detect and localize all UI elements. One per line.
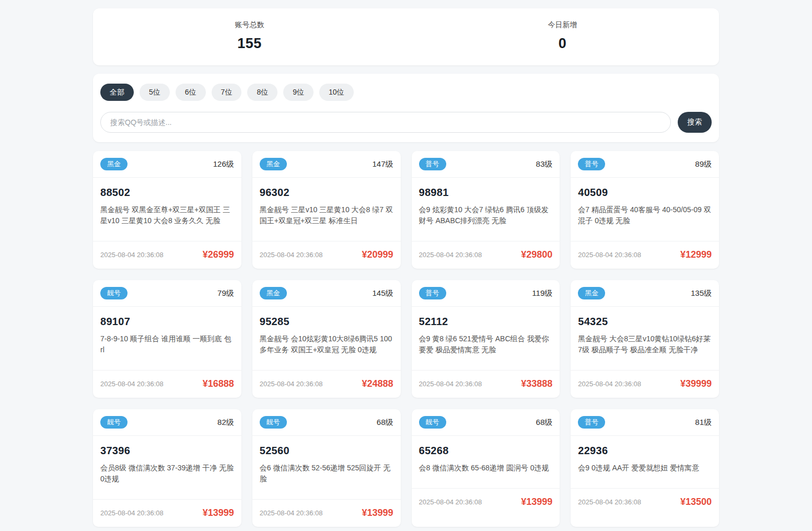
account-card[interactable]: 普号 89级 40509 会7 精品蛋蛋号 40客服号 40-50/05-09 … bbox=[571, 151, 719, 269]
account-card-footer: 2025-08-04 20:36:08 ¥26999 bbox=[93, 241, 241, 269]
search-button[interactable]: 搜索 bbox=[678, 112, 712, 133]
account-type-badge: 普号 bbox=[578, 158, 605, 170]
account-card-body: 65268 会8 微信满次数 65-68递增 圆润号 0违规 bbox=[412, 436, 560, 488]
account-card-header: 普号 81级 bbox=[571, 409, 719, 436]
account-price: ¥13999 bbox=[203, 507, 234, 518]
qq-number: 52112 bbox=[419, 316, 553, 328]
account-description: 黑金靓号 大会8三星v10黄钻10绿钻6好莱7级 极品顺子号 极品准全顺 无脸干… bbox=[578, 333, 712, 355]
qq-number: 22936 bbox=[578, 445, 712, 457]
digit-filter-tab[interactable]: 8位 bbox=[247, 84, 277, 101]
qq-number: 65268 bbox=[419, 445, 553, 457]
account-type-badge: 黑金 bbox=[100, 158, 127, 170]
account-card-body: 98981 会9 炫彩黄10 大会7 绿钻6 腾讯6 顶级发财号 ABABC排列… bbox=[412, 178, 560, 241]
account-level: 83级 bbox=[536, 159, 553, 169]
account-card-footer: 2025-08-04 20:36:08 ¥39999 bbox=[571, 370, 719, 398]
qq-number: 40509 bbox=[578, 187, 712, 199]
account-card-footer: 2025-08-04 20:36:08 ¥24888 bbox=[252, 370, 401, 398]
qq-number: 89107 bbox=[100, 316, 234, 328]
filter-card: 全部 5位 6位 7位 8位 9位 10位 搜索 bbox=[93, 74, 719, 142]
account-cards-grid: 黑金 126级 88502 黑金靓号 双黑金至尊+双三星+双国王 三星v10 三… bbox=[93, 151, 719, 527]
account-level: 126级 bbox=[213, 159, 234, 169]
account-level: 81级 bbox=[695, 418, 712, 428]
account-type-badge: 黑金 bbox=[260, 287, 287, 299]
account-card-body: 96302 黑金靓号 三星v10 三星黄10 大会8 绿7 双国王+双皇冠+双三… bbox=[252, 178, 401, 241]
listing-date: 2025-08-04 20:36:08 bbox=[578, 251, 641, 259]
account-card[interactable]: 普号 83级 98981 会9 炫彩黄10 大会7 绿钻6 腾讯6 顶级发财号 … bbox=[412, 151, 560, 269]
account-level: 147级 bbox=[372, 159, 393, 169]
qq-number: 37396 bbox=[100, 445, 234, 457]
listing-date: 2025-08-04 20:36:08 bbox=[419, 498, 482, 506]
account-price: ¥29800 bbox=[521, 249, 552, 260]
account-card-header: 普号 83级 bbox=[412, 151, 560, 178]
account-card-footer: 2025-08-04 20:36:08 ¥12999 bbox=[571, 241, 719, 269]
account-type-badge: 靓号 bbox=[100, 287, 127, 299]
account-level: 82级 bbox=[217, 418, 234, 428]
account-type-badge: 普号 bbox=[578, 416, 605, 429]
account-price: ¥39999 bbox=[680, 378, 712, 389]
account-card[interactable]: 靓号 68级 52560 会6 微信满次数 52-56递增 525回旋开 无脸 … bbox=[252, 409, 401, 527]
account-price: ¥16888 bbox=[203, 378, 234, 389]
account-card-body: 40509 会7 精品蛋蛋号 40客服号 40-50/05-09 双混子 0违规… bbox=[571, 178, 719, 241]
listing-date: 2025-08-04 20:36:08 bbox=[419, 380, 482, 388]
listing-date: 2025-08-04 20:36:08 bbox=[578, 380, 641, 388]
account-card[interactable]: 普号 119级 52112 会9 黄8 绿6 521爱情号 ABC组合 我爱你要… bbox=[412, 280, 560, 398]
account-card-footer: 2025-08-04 20:36:08 ¥16888 bbox=[93, 370, 241, 398]
account-price: ¥24888 bbox=[362, 378, 393, 389]
digit-filter-tab[interactable]: 全部 bbox=[100, 84, 134, 101]
digit-filter-tab[interactable]: 9位 bbox=[283, 84, 314, 101]
account-card-footer: 2025-08-04 20:36:08 ¥13500 bbox=[571, 488, 719, 516]
listing-date: 2025-08-04 20:36:08 bbox=[260, 251, 323, 259]
account-card[interactable]: 靓号 82级 37396 会员8级 微信满次数 37-39递增 干净 无脸 0违… bbox=[93, 409, 241, 527]
account-level: 119级 bbox=[532, 288, 552, 298]
account-card-body: 52112 会9 黄8 绿6 521爱情号 ABC组合 我爱你要爱 极品爱情寓意… bbox=[412, 307, 560, 370]
account-type-badge: 靓号 bbox=[260, 416, 287, 429]
account-card[interactable]: 靓号 68级 65268 会8 微信满次数 65-68递增 圆润号 0违规 20… bbox=[412, 409, 560, 527]
qq-number: 88502 bbox=[100, 187, 234, 199]
account-level: 68级 bbox=[377, 418, 393, 428]
account-card[interactable]: 黑金 145级 95285 黑金靓号 会10炫彩黄10大8绿6腾讯5 100多年… bbox=[252, 280, 401, 398]
account-card-footer: 2025-08-04 20:36:08 ¥13999 bbox=[252, 499, 401, 527]
search-row: 搜索 bbox=[100, 112, 712, 133]
account-level: 145级 bbox=[372, 288, 393, 298]
account-description: 会员8级 微信满次数 37-39递增 干净 无脸 0违规 bbox=[100, 463, 234, 484]
listing-date: 2025-08-04 20:36:08 bbox=[260, 380, 323, 388]
account-type-badge: 靓号 bbox=[419, 416, 446, 429]
account-description: 黑金靓号 双黑金至尊+双三星+双国王 三星v10 三星黄10 大会8 业务久久 … bbox=[100, 204, 234, 226]
stat-value: 155 bbox=[93, 36, 406, 52]
digit-filter-tab[interactable]: 6位 bbox=[176, 84, 206, 101]
account-card-header: 黑金 135级 bbox=[571, 280, 719, 307]
account-card-header: 靓号 68级 bbox=[252, 409, 401, 436]
account-price: ¥13999 bbox=[362, 507, 393, 518]
account-description: 会7 精品蛋蛋号 40客服号 40-50/05-09 双混子 0违规 无脸 bbox=[578, 204, 712, 226]
account-card-body: 88502 黑金靓号 双黑金至尊+双三星+双国王 三星v10 三星黄10 大会8… bbox=[93, 178, 241, 241]
account-card-header: 普号 119级 bbox=[412, 280, 560, 307]
stat-label: 今日新增 bbox=[406, 20, 719, 30]
digit-filter-tab[interactable]: 5位 bbox=[140, 84, 170, 101]
account-card[interactable]: 黑金 147级 96302 黑金靓号 三星v10 三星黄10 大会8 绿7 双国… bbox=[252, 151, 401, 269]
account-card-header: 靓号 82级 bbox=[93, 409, 241, 436]
listing-date: 2025-08-04 20:36:08 bbox=[100, 380, 164, 388]
account-description: 会6 微信满次数 52-56递增 525回旋开 无脸 bbox=[260, 463, 393, 484]
listing-date: 2025-08-04 20:36:08 bbox=[100, 509, 164, 517]
account-card-body: 54325 黑金靓号 大会8三星v10黄钻10绿钻6好莱7级 极品顺子号 极品准… bbox=[571, 307, 719, 370]
account-price: ¥13500 bbox=[680, 497, 712, 507]
account-type-badge: 靓号 bbox=[100, 416, 127, 429]
qq-number: 52560 bbox=[260, 445, 393, 457]
account-level: 135级 bbox=[691, 288, 712, 298]
account-card-footer: 2025-08-04 20:36:08 ¥13999 bbox=[412, 488, 560, 516]
account-card[interactable]: 靓号 79级 89107 7-8-9-10 顺子组合 谁用谁顺 一顺到底 包rl… bbox=[93, 280, 241, 398]
page-container: 账号总数 155 今日新增 0 全部 5位 6位 7位 8位 9位 10位 搜索… bbox=[93, 0, 719, 531]
account-card-body: 89107 7-8-9-10 顺子组合 谁用谁顺 一顺到底 包rl bbox=[93, 307, 241, 370]
digit-filter-tab[interactable]: 7位 bbox=[212, 84, 242, 101]
account-price: ¥12999 bbox=[680, 249, 712, 260]
account-description: 会9 0违规 AA开 爱爱就想妞 爱情寓意 bbox=[578, 463, 712, 474]
search-input[interactable] bbox=[100, 112, 671, 133]
stats-card: 账号总数 155 今日新增 0 bbox=[93, 8, 719, 65]
qq-number: 98981 bbox=[419, 187, 553, 199]
account-card[interactable]: 普号 81级 22936 会9 0违规 AA开 爱爱就想妞 爱情寓意 2025-… bbox=[571, 409, 719, 527]
account-card[interactable]: 黑金 126级 88502 黑金靓号 双黑金至尊+双三星+双国王 三星v10 三… bbox=[93, 151, 241, 269]
digit-filter-tab[interactable]: 10位 bbox=[319, 84, 354, 101]
account-card[interactable]: 黑金 135级 54325 黑金靓号 大会8三星v10黄钻10绿钻6好莱7级 极… bbox=[571, 280, 719, 398]
account-price: ¥13999 bbox=[521, 497, 552, 507]
account-card-footer: 2025-08-04 20:36:08 ¥29800 bbox=[412, 241, 560, 269]
